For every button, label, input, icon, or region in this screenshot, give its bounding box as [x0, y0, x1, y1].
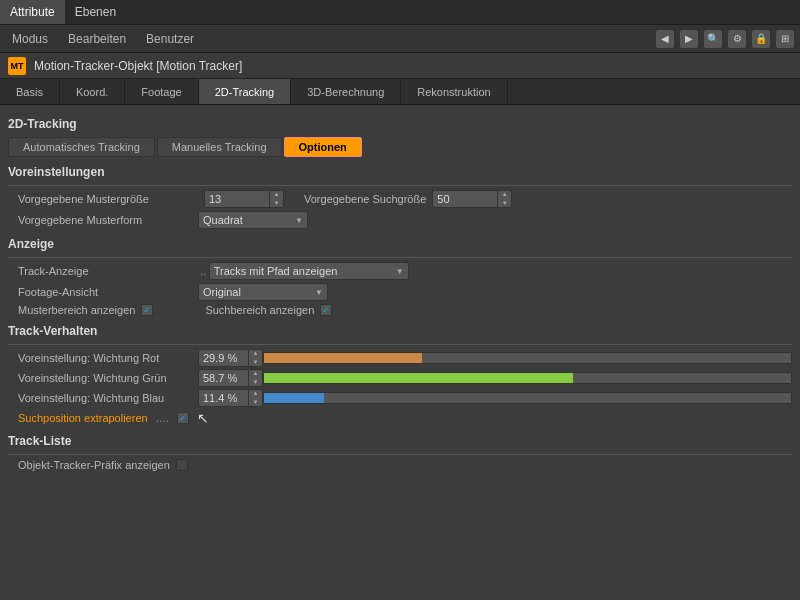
sub-tab-automatisch[interactable]: Automatisches Tracking [8, 137, 155, 157]
wichtung-rot-fill [264, 353, 422, 363]
suchgroesse-value: 50 [433, 193, 497, 205]
mustergroesse-spinner[interactable]: 13 ▲ ▼ [204, 190, 284, 208]
suchbereich-checkbox[interactable]: ✓ [320, 304, 332, 316]
search-icon[interactable]: 🔍 [704, 30, 722, 48]
suchgroesse-arrows: ▲ ▼ [497, 190, 511, 208]
lock-icon[interactable]: 🔒 [752, 30, 770, 48]
toolbar-benutzer[interactable]: Benutzer [140, 30, 200, 48]
section-voreinstellungen: Voreinstellungen [8, 165, 792, 181]
section-anzeige: Anzeige [8, 237, 792, 253]
menu-tab-attribute[interactable]: Attribute [0, 0, 65, 24]
mustergroesse-label: Vorgegebene Mustergröße [18, 193, 198, 205]
suchgroesse-down[interactable]: ▼ [498, 199, 511, 208]
suchgroesse-up[interactable]: ▲ [498, 190, 511, 199]
wichtung-gruen-label: Voreinstellung: Wichtung Grün [18, 372, 198, 384]
toolbar-bearbeiten[interactable]: Bearbeiten [62, 30, 132, 48]
divider-2 [8, 257, 792, 258]
wichtung-gruen-value: 58.7 % [199, 372, 248, 384]
suchbereich-label: Suchbereich anzeigen [205, 304, 314, 316]
divider-1 [8, 185, 792, 186]
musterform-select[interactable]: Quadrat ▼ [198, 211, 308, 229]
musterform-label: Vorgegebene Musterform [18, 214, 198, 226]
musterbereich-label: Musterbereich anzeigen [18, 304, 135, 316]
section-track-liste: Track-Liste [8, 434, 792, 450]
object-icon: MT [8, 57, 26, 75]
object-title-text: Motion-Tracker-Objekt [Motion Tracker] [34, 59, 242, 73]
wichtung-rot-value: 29.9 % [199, 352, 248, 364]
wichtung-rot-down[interactable]: ▼ [249, 358, 262, 367]
wichtung-gruen-up[interactable]: ▲ [249, 369, 262, 378]
toolbar: Modus Bearbeiten Benutzer ◀ ▶ 🔍 ⚙ 🔒 ⊞ [0, 25, 800, 53]
wichtung-rot-spinner[interactable]: 29.9 % ▲ ▼ [198, 349, 263, 367]
wichtung-gruen-bar [263, 372, 792, 384]
praefix-label: Objekt-Tracker-Präfix anzeigen [18, 459, 170, 471]
wichtung-blau-spinner[interactable]: 11.4 % ▲ ▼ [198, 389, 263, 407]
suchgroesse-spinner[interactable]: 50 ▲ ▼ [432, 190, 512, 208]
arrow-right-icon[interactable]: ▶ [680, 30, 698, 48]
wichtung-blau-down[interactable]: ▼ [249, 398, 262, 407]
extra-icon[interactable]: ⊞ [776, 30, 794, 48]
tab-rekonstruktion[interactable]: Rekonstruktion [401, 79, 507, 104]
tab-koord[interactable]: Koord. [60, 79, 125, 104]
wichtung-rot-row: Voreinstellung: Wichtung Rot 29.9 % ▲ ▼ [8, 349, 792, 367]
wichtung-gruen-down[interactable]: ▼ [249, 378, 262, 387]
mustergroesse-arrows: ▲ ▼ [269, 190, 283, 208]
musterform-arrow-icon: ▼ [295, 216, 303, 225]
tab-2d-tracking[interactable]: 2D-Tracking [199, 79, 292, 104]
divider-4 [8, 454, 792, 455]
section-2d-tracking: 2D-Tracking [8, 117, 792, 133]
tab-footage[interactable]: Footage [125, 79, 198, 104]
footage-ansicht-select[interactable]: Original ▼ [198, 283, 328, 301]
footage-ansicht-label: Footage-Ansicht [18, 286, 198, 298]
track-anzeige-value: Tracks mit Pfad anzeigen [214, 265, 396, 277]
wichtung-rot-bar [263, 352, 792, 364]
wichtung-rot-label: Voreinstellung: Wichtung Rot [18, 352, 198, 364]
muster-row: Vorgegebene Mustergröße 13 ▲ ▼ Vorgegebe… [8, 190, 792, 208]
musterbereich-row: Musterbereich anzeigen ✓ Suchbereich anz… [8, 304, 792, 316]
mustergroesse-up[interactable]: ▲ [270, 190, 283, 199]
wichtung-blau-arrows: ▲ ▼ [248, 389, 262, 407]
footage-ansicht-arrow-icon: ▼ [315, 288, 323, 297]
divider-3 [8, 344, 792, 345]
main-content: 2D-Tracking Automatisches Tracking Manue… [0, 105, 800, 480]
wichtung-rot-arrows: ▲ ▼ [248, 349, 262, 367]
sub-tab-manuell[interactable]: Manuelles Tracking [157, 137, 282, 157]
toolbar-right: ◀ ▶ 🔍 ⚙ 🔒 ⊞ [656, 30, 794, 48]
tab-basis[interactable]: Basis [0, 79, 60, 104]
wichtung-rot-up[interactable]: ▲ [249, 349, 262, 358]
wichtung-blau-up[interactable]: ▲ [249, 389, 262, 398]
extrapolieren-label[interactable]: Suchposition extrapolieren [18, 412, 148, 424]
track-anzeige-dots: .. [200, 264, 207, 278]
arrow-left-icon[interactable]: ◀ [656, 30, 674, 48]
extrapolieren-dots: .... [156, 411, 169, 425]
wichtung-blau-value: 11.4 % [199, 392, 248, 404]
wichtung-gruen-row: Voreinstellung: Wichtung Grün 58.7 % ▲ ▼ [8, 369, 792, 387]
extrapolieren-checkbox[interactable]: ✓ [177, 412, 189, 424]
main-tabs: Basis Koord. Footage 2D-Tracking 3D-Bere… [0, 79, 800, 105]
menu-tab-ebenen[interactable]: Ebenen [65, 0, 126, 24]
cursor-icon: ↖ [197, 410, 209, 426]
suchgroesse-label: Vorgegebene Suchgröße [304, 193, 426, 205]
musterbereich-checkbox[interactable]: ✓ [141, 304, 153, 316]
settings-icon[interactable]: ⚙ [728, 30, 746, 48]
sub-tab-row: Automatisches Tracking Manuelles Trackin… [8, 137, 792, 157]
wichtung-blau-fill [264, 393, 324, 403]
mustergroesse-down[interactable]: ▼ [270, 199, 283, 208]
footage-ansicht-row: Footage-Ansicht Original ▼ [8, 283, 792, 301]
track-anzeige-row: Track-Anzeige .. Tracks mit Pfad anzeige… [8, 262, 792, 280]
tab-3d-berechnung[interactable]: 3D-Berechnung [291, 79, 401, 104]
wichtung-gruen-fill [264, 373, 573, 383]
sub-tab-optionen[interactable]: Optionen [284, 137, 362, 157]
mustergroesse-group: Vorgegebene Mustergröße 13 ▲ ▼ [18, 190, 284, 208]
wichtung-gruen-spinner[interactable]: 58.7 % ▲ ▼ [198, 369, 263, 387]
wichtung-blau-bar [263, 392, 792, 404]
track-anzeige-select[interactable]: Tracks mit Pfad anzeigen ▼ [209, 262, 409, 280]
praefix-row: Objekt-Tracker-Präfix anzeigen [8, 459, 792, 471]
extrapolieren-row: Suchposition extrapolieren .... ✓ ↖ [8, 410, 792, 426]
toolbar-modus[interactable]: Modus [6, 30, 54, 48]
track-anzeige-label: Track-Anzeige [18, 265, 198, 277]
section-track-verhalten: Track-Verhalten [8, 324, 792, 340]
praefix-checkbox[interactable] [176, 459, 188, 471]
musterform-value: Quadrat [203, 214, 295, 226]
musterform-row: Vorgegebene Musterform Quadrat ▼ [8, 211, 792, 229]
